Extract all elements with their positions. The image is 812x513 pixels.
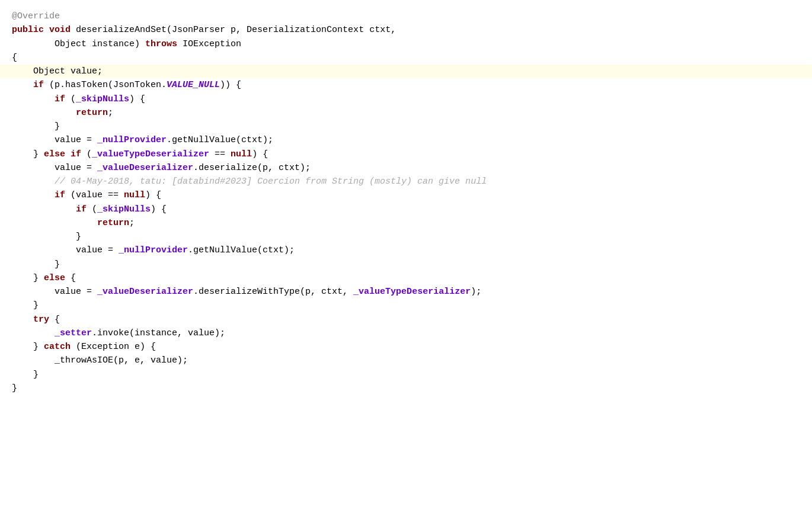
code-token: deserializeAndSet(JsonParser p, Deserial… xyxy=(71,23,396,37)
code-token: Object value; xyxy=(12,65,103,78)
code-line: return; xyxy=(0,216,812,230)
code-token: IOException xyxy=(177,37,241,51)
code-token: void xyxy=(49,23,71,37)
code-line: Object value; xyxy=(0,65,812,78)
code-token: .deserialize(p, ctxt); xyxy=(193,161,311,175)
code-token xyxy=(12,188,55,202)
code-token: ; xyxy=(108,106,113,120)
code-line: if (value == null) { xyxy=(0,188,812,202)
code-token: } xyxy=(12,381,17,395)
code-token: ( xyxy=(81,148,92,161)
code-token: } xyxy=(12,148,44,161)
code-token: _skipNulls xyxy=(76,92,129,106)
code-token: throws xyxy=(145,37,177,51)
code-line: value = _valueDeserializer.deserializeWi… xyxy=(0,285,812,299)
code-line: } xyxy=(0,299,812,312)
code-token: value = xyxy=(12,161,97,175)
code-token xyxy=(12,313,33,326)
code-line: Object instance) throws IOException xyxy=(0,37,812,51)
code-token: .getNullValue(ctxt); xyxy=(188,243,295,257)
code-token xyxy=(12,92,55,106)
code-token: ); xyxy=(471,285,481,299)
code-line: if (_skipNulls) { xyxy=(0,203,812,216)
code-token: ; xyxy=(129,216,135,230)
code-token: ) { xyxy=(252,148,268,161)
code-token: @Override xyxy=(12,9,60,23)
code-token: if xyxy=(76,203,87,216)
code-token: _valueDeserializer xyxy=(97,161,193,175)
code-token: Object instance) xyxy=(12,37,145,51)
code-token: } xyxy=(12,258,60,271)
code-token: if xyxy=(55,188,65,202)
code-line: @Override xyxy=(0,9,812,23)
code-line: return; xyxy=(0,106,812,120)
code-line: } xyxy=(0,258,812,271)
code-token: _skipNulls xyxy=(97,203,151,216)
code-line: try { xyxy=(0,313,812,326)
code-token: _throwAsIOE(p, e, value); xyxy=(12,354,188,367)
code-token: null xyxy=(124,188,145,202)
code-token: _nullProvider xyxy=(119,243,188,257)
code-line: _throwAsIOE(p, e, value); xyxy=(0,354,812,367)
code-token: { xyxy=(12,51,17,65)
code-token: ) { xyxy=(145,188,161,202)
code-line: value = _nullProvider.getNullValue(ctxt)… xyxy=(0,133,812,147)
code-token: ( xyxy=(65,92,76,106)
code-line: } catch (Exception e) { xyxy=(0,340,812,354)
code-token: == xyxy=(209,148,231,161)
code-line: } xyxy=(0,230,812,243)
code-token: // 04-May-2018, tatu: [databind#2023] Co… xyxy=(12,175,487,188)
code-token: try xyxy=(33,313,49,326)
code-line: } else { xyxy=(0,271,812,285)
code-token: value = xyxy=(12,243,119,257)
code-token: _valueDeserializer xyxy=(97,285,193,299)
code-token: } xyxy=(12,299,39,312)
code-token: return xyxy=(97,216,129,230)
code-token xyxy=(44,23,49,37)
code-line: } xyxy=(0,120,812,133)
code-token: return xyxy=(76,106,108,120)
code-token: (value == xyxy=(65,188,124,202)
code-token: .getNullValue(ctxt); xyxy=(167,133,273,147)
code-line: value = _nullProvider.getNullValue(ctxt)… xyxy=(0,243,812,257)
code-token: value = xyxy=(12,285,97,299)
code-token: if xyxy=(55,92,65,106)
code-line: if (p.hasToken(JsonToken.VALUE_NULL)) { xyxy=(0,78,812,92)
code-token: } xyxy=(12,120,60,133)
code-token: .deserializeWithType(p, ctxt, xyxy=(193,285,353,299)
code-token xyxy=(12,326,55,340)
code-token: (p.hasToken(JsonToken. xyxy=(44,78,167,92)
code-token: _setter xyxy=(55,326,92,340)
code-token: .invoke(instance, value); xyxy=(92,326,225,340)
code-token: _valueTypeDeserializer xyxy=(92,148,209,161)
code-token: if xyxy=(33,78,44,92)
code-line: // 04-May-2018, tatu: [databind#2023] Co… xyxy=(0,175,812,188)
code-token: ) { xyxy=(151,203,167,216)
code-token: } xyxy=(12,368,39,381)
code-token xyxy=(12,216,97,230)
code-token: else xyxy=(44,271,65,285)
code-line: if (_skipNulls) { xyxy=(0,92,812,106)
code-token: _nullProvider xyxy=(97,133,167,147)
code-line: _setter.invoke(instance, value); xyxy=(0,326,812,340)
code-token: VALUE_NULL xyxy=(167,78,220,92)
code-line: } xyxy=(0,368,812,381)
code-token: (Exception e) { xyxy=(71,340,156,354)
code-token: } xyxy=(12,340,44,354)
code-token: catch xyxy=(44,340,71,354)
code-token: value = xyxy=(12,133,97,147)
code-token: )) { xyxy=(220,78,241,92)
code-token xyxy=(12,203,76,216)
code-line: } xyxy=(0,381,812,395)
code-token: { xyxy=(65,271,76,285)
code-token: _valueTypeDeserializer xyxy=(353,285,471,299)
code-token xyxy=(12,106,76,120)
code-token xyxy=(12,78,33,92)
code-token: null xyxy=(231,148,252,161)
code-viewer: @Overridepublic void deserializeAndSet(J… xyxy=(0,0,812,513)
code-line: public void deserializeAndSet(JsonParser… xyxy=(0,23,812,37)
code-token: ( xyxy=(87,203,97,216)
code-token: public xyxy=(12,23,44,37)
code-token: } xyxy=(12,271,44,285)
code-token: else if xyxy=(44,148,81,161)
